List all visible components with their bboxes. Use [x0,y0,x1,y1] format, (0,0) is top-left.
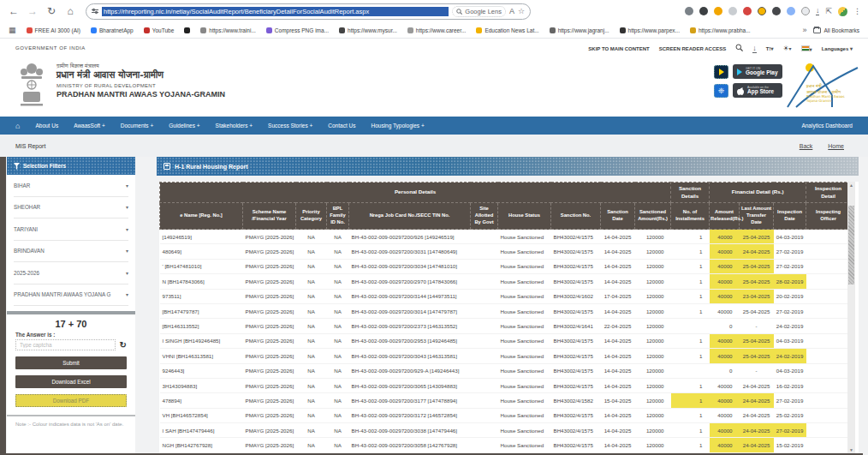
bookmark-item[interactable] [184,27,190,33]
app-store-tile-icon[interactable]: ❈ [714,84,728,98]
scroll-down-arrow[interactable]: ▼ [847,446,855,453]
bookmark-item[interactable]: https://www.prabha... [690,27,751,33]
extension-icon[interactable] [801,7,810,15]
search-icon[interactable] [735,44,743,53]
cell-bpl: NA [327,319,349,333]
captcha-input[interactable] [15,339,116,350]
filter-dropdown-5[interactable]: PRADHAN MANTRI AWAAS YOJANA G▾ [14,284,128,307]
filter-dropdown-1[interactable]: SHEOHAR▾ [14,197,128,219]
extension-icon[interactable] [714,7,722,15]
cell-status: House Sanctioned [498,289,551,303]
cell-officer [806,378,851,392]
bookmark-item[interactable]: https://www.traini... [200,27,256,33]
nav-item-4[interactable]: Stakeholders + [216,123,253,129]
extension-icon[interactable] [758,7,766,15]
bookmark-item[interactable]: https://www.parpex... [620,27,680,33]
cell-jobcard: BH-43-002-009-00297200/3065 [143094883] [349,378,471,392]
send-to-device-icon[interactable]: ⇱ [825,7,832,15]
nav-item-7[interactable]: Housing Typologies + [371,123,424,129]
google-lens-button[interactable]: Google Lens [452,6,506,17]
skip-to-main-content-link[interactable]: SKIP TO MAIN CONTENT [588,46,649,51]
nav-item-0[interactable]: About Us [35,123,58,129]
cell-officer [806,259,851,273]
cell-installments: 1 [671,393,710,408]
browser-forward-button[interactable]: → [26,5,39,17]
extension-icon[interactable] [699,7,708,15]
text-size-control[interactable]: T!▾ [766,45,774,51]
table-scrollbar[interactable]: ▲ ▼ [847,182,855,453]
browser-home-button[interactable]: ⌂ [63,5,77,17]
screen-reader-access-link[interactable]: SCREEN READER ACCESS [659,46,726,51]
cell-scheme: PMAYG [2025-2026] [243,378,296,392]
cell-priority: NA [296,438,327,452]
address-bar[interactable]: https://rhreporting.nic.in/netiay/Social… [86,3,531,20]
url-text[interactable]: https://rhreporting.nic.in/netiay/Social… [102,7,449,16]
bookmark-item[interactable]: Compress PNG ima... [266,27,329,33]
download-excel-button[interactable]: Download Excel [15,375,127,388]
back-link[interactable]: Back [800,143,813,149]
profile-avatar[interactable] [838,7,847,16]
cell-released: 40000 [710,438,740,452]
filter-dropdown-4[interactable]: 2025-2026▾ [14,262,128,284]
side-panel-icon[interactable] [685,7,693,15]
translate-icon[interactable]: A [509,7,514,15]
languages-dropdown[interactable]: Languages ▾ [822,45,853,51]
cell-jobcard: BH-43-002-009-00297200/3058 [142767928] [349,438,471,452]
google-play-badge[interactable]: GET IT ONGoogle Play [733,64,782,79]
download-icon[interactable]: ↓ [752,45,757,53]
bookmark-star-icon[interactable]: ☆ [518,7,525,15]
cell-inspection: 16-02-2019 [774,378,806,392]
download-pdf-button[interactable]: Download PDF [15,394,127,407]
filter-dropdown-0[interactable]: BIHAR▾ [14,175,128,197]
all-bookmarks-button[interactable]: All Bookmarks [813,27,859,33]
filter-value: SHEOHAR [14,204,40,210]
cell-jobcard: BH-43-002-009-00297200/929-A [149246443] [349,363,471,378]
browser-back-button[interactable]: ← [7,5,21,17]
bookmark-item[interactable]: BharatnetApp [91,27,134,33]
scroll-up-arrow[interactable]: ▲ [847,182,855,189]
scrollbar-thumb[interactable] [848,206,854,284]
filter-dropdown-2[interactable]: TARIYANI▾ [14,219,128,241]
cell-jobcard: BH-43-002-009-00297200/2373 [146313552] [349,319,471,333]
submit-button[interactable]: Submit [15,356,127,369]
nav-item-6[interactable]: Contact Us [328,123,355,129]
bookmarks-overflow-chevron[interactable]: » [802,26,806,34]
site-settings-icon[interactable] [92,8,98,15]
nav-analytics-dashboard[interactable]: Analytics Dashboard [801,123,853,129]
home-icon[interactable]: ⌂ [15,122,20,130]
extension-icon[interactable] [728,7,737,15]
bookmark-item[interactable]: FREE AI 3000 (AI) [27,27,80,33]
app-store-badge[interactable]: Available on theApp Store [733,83,782,98]
nav-item-2[interactable]: Documents + [121,123,153,129]
bookmark-item[interactable]: Education News Lat... [476,27,538,33]
cell-released: 40000 [710,230,740,244]
extension-icon[interactable] [772,7,781,15]
cell-inspection: 27-02-2019 [774,393,806,408]
downloads-icon[interactable]: ↓ [816,7,820,15]
theme-icon[interactable]: ☀▾ [782,45,791,52]
bookmark-item[interactable]: https://www.mysur... [339,27,397,33]
cell-scheme: PMAYG [2025-2026] [243,289,296,303]
country-flag-icon[interactable]: ▾ [801,45,812,52]
extension-icon[interactable] [787,7,795,15]
apps-grid-icon[interactable]: ▦ [9,26,16,34]
nav-item-3[interactable]: Guidelines + [169,123,199,129]
cell-name: VHNI [BH146313581] [160,349,243,363]
cell-scheme: PMAYG [2025-2026] [243,408,296,422]
extension-icon[interactable] [743,7,752,15]
home-link[interactable]: Home [828,143,844,149]
captcha-refresh-icon[interactable]: ↻ [120,340,127,350]
browser-menu-icon[interactable]: ⋮ [853,7,861,15]
bookmark-item[interactable]: https://www.jagranj... [550,27,609,33]
cell-bpl: NA [327,333,349,348]
google-play-tile-icon[interactable] [714,65,728,79]
cell-released: 40000 [710,393,740,408]
filter-value: TARIYANI [14,226,38,232]
browser-reload-button[interactable]: ↻ [45,5,58,17]
bookmark-item[interactable]: YouTube [144,27,175,33]
filter-dropdown-3[interactable]: BRINDAVAN▾ [14,241,128,263]
nav-item-1[interactable]: AwaasSoft + [74,123,105,129]
funnel-icon [14,163,20,170]
bookmark-item[interactable]: https://www.career... [407,27,467,33]
nav-item-5[interactable]: Success Stories + [268,123,312,129]
